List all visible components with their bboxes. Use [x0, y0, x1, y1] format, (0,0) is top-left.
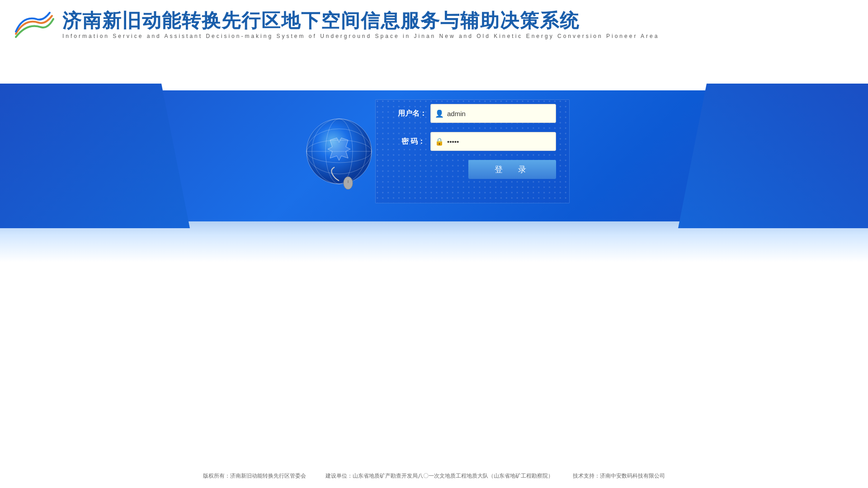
logo-icon [14, 9, 54, 41]
main-title: 济南新旧动能转换先行区地下空间信息服务与辅助决策系统 [62, 10, 659, 31]
password-row: 密 码： 🔒 [398, 132, 556, 151]
password-input-wrapper: 🔒 [430, 132, 556, 151]
username-input[interactable] [430, 104, 556, 123]
builder-text: 建设单位：山东省地质矿产勘查开发局八〇一次文地质工程地质大队（山东省地矿工程勘察… [326, 473, 553, 479]
login-form: 用户名： 👤 密 码： 🔒 登 录 [398, 104, 556, 179]
copyright-text: 版权所有：济南新旧动能转换先行区管委会 [203, 473, 306, 479]
password-input[interactable] [430, 132, 556, 151]
header: 济南新旧动能转换先行区地下空间信息服务与辅助决策系统 Information S… [0, 0, 868, 50]
logo-area: 济南新旧动能转换先行区地下空间信息服务与辅助决策系统 Information S… [14, 9, 659, 41]
username-input-wrapper: 👤 [430, 104, 556, 123]
username-row: 用户名： 👤 [398, 104, 556, 123]
right-decoration [678, 84, 868, 228]
lock-icon: 🔒 [435, 137, 444, 146]
sub-title: Information Service and Assistant Decisi… [62, 33, 659, 39]
username-label: 用户名： [398, 109, 425, 118]
tech-support-text: 技术支持：济南中安数码科技有限公司 [573, 473, 665, 479]
globe-illustration [294, 104, 384, 203]
left-decoration [0, 84, 190, 228]
password-label: 密 码： [398, 137, 425, 146]
login-button-row: 登 录 [398, 160, 556, 179]
title-text-area: 济南新旧动能转换先行区地下空间信息服务与辅助决策系统 Information S… [62, 10, 659, 39]
login-button[interactable]: 登 录 [468, 160, 556, 179]
footer: 版权所有：济南新旧动能转换先行区管委会 建设单位：山东省地质矿产勘查开发局八〇一… [0, 472, 868, 480]
user-icon: 👤 [435, 109, 444, 118]
